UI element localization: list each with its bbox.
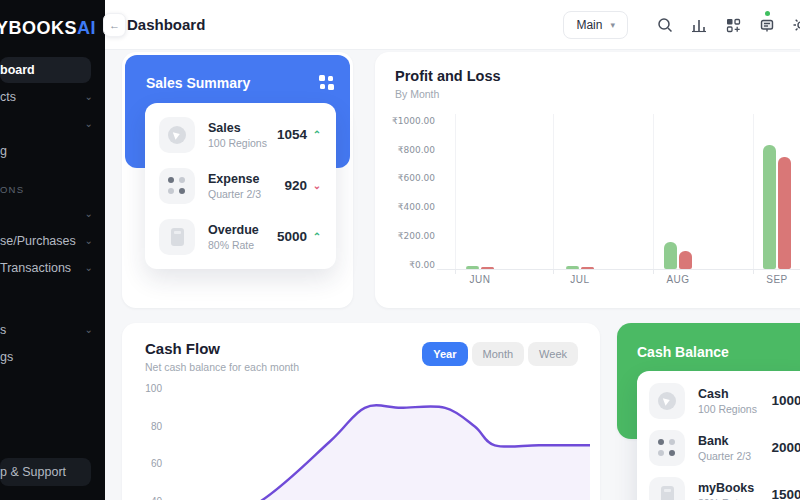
widgets-icon[interactable]	[724, 16, 742, 34]
sidebar-nav: boardcts⌄⌄gONS⌄se/Purchases⌄Transactions…	[0, 56, 105, 500]
stat-text: BankQuarter 2/3	[698, 434, 771, 462]
widget-grid-icon[interactable]	[319, 75, 334, 90]
chevron-down-icon: ⌄	[85, 92, 93, 102]
grid-line	[753, 114, 754, 269]
stat-icon-tile	[159, 219, 195, 255]
sidebar-item-p---support[interactable]: p & Support	[0, 458, 91, 486]
y-axis-label: 40	[130, 496, 162, 500]
bar-income-jul	[566, 266, 579, 269]
bar-chart-icon[interactable]	[690, 16, 708, 34]
sidebar-item-gs[interactable]: gs	[0, 344, 105, 370]
document-icon	[661, 486, 674, 500]
profit-loss-card: Profit and Loss By Month ₹1000.00₹800.00…	[375, 52, 800, 308]
stat-row-sales: Sales100 Regions1054⌃	[145, 109, 336, 160]
bar-expense-sep	[778, 157, 791, 269]
tab-month[interactable]: Month	[472, 342, 525, 366]
workspace-selector[interactable]: Main ▾	[563, 11, 628, 39]
sidebar-item-label: board	[0, 63, 79, 77]
stat-value: 5000	[277, 229, 307, 244]
grid-line	[653, 114, 654, 269]
area-fill	[165, 405, 590, 500]
x-axis-label: SEP	[747, 274, 800, 285]
cash-flow-title: Cash Flow	[145, 340, 220, 357]
stat-row-expense: ExpenseQuarter 2/3920⌄	[145, 160, 336, 211]
sidebar-item[interactable]: ⌄	[0, 111, 105, 137]
cash-flow-subtitle: Net cash balance for each month	[145, 361, 299, 373]
cash-flow-area-chart	[165, 375, 590, 500]
brand-logo: YBOOKSAI	[0, 0, 105, 56]
sidebar-collapse-button[interactable]: ←	[103, 13, 126, 37]
sales-summary-stats: Sales100 Regions1054⌃ExpenseQuarter 2/39…	[145, 103, 336, 269]
cash-flow-range-tabs: YearMonthWeek	[422, 342, 578, 366]
stat-title: Expense	[208, 172, 284, 186]
stat-value: 20000	[771, 440, 800, 455]
stat-value: 10000	[771, 393, 800, 408]
x-axis-line	[437, 269, 800, 270]
grid-line	[553, 114, 554, 269]
chevron-down-icon: ⌄	[85, 263, 93, 273]
y-axis-label: ₹600.00	[383, 173, 435, 183]
stat-row-cash: Cash100 Regions10000	[637, 377, 800, 424]
stat-text: myBooks80% Rate	[698, 481, 771, 500]
y-axis-label: 80	[130, 421, 162, 432]
y-axis-label: ₹0.00	[383, 260, 435, 270]
stat-text: ExpenseQuarter 2/3	[208, 172, 284, 200]
stat-subtitle: Quarter 2/3	[698, 450, 771, 462]
stat-icon-tile	[159, 117, 195, 153]
stat-text: Cash100 Regions	[698, 387, 771, 415]
stat-subtitle: 100 Regions	[698, 403, 771, 415]
header-actions: Main ▾	[563, 11, 800, 39]
stat-title: Bank	[698, 434, 771, 448]
cash-balance-stats: Cash100 Regions10000BankQuarter 2/320000…	[637, 371, 800, 500]
trend-down-icon: ⌄	[312, 180, 322, 191]
brand-logo-accent: AI	[77, 18, 96, 39]
stat-value: 15000	[771, 487, 800, 500]
x-axis-label: JUL	[550, 274, 610, 285]
sidebar-item-s[interactable]: s⌄	[0, 317, 105, 343]
sidebar-item-se-purchases[interactable]: se/Purchases⌄	[0, 228, 105, 254]
compass-icon	[658, 392, 676, 410]
bar-expense-jul	[581, 267, 594, 269]
y-axis-label: ₹800.00	[383, 145, 435, 155]
sidebar-item-transactions[interactable]: Transactions⌄	[0, 255, 105, 281]
stat-subtitle: Quarter 2/3	[208, 188, 284, 200]
bar-expense-jun	[481, 267, 494, 269]
workspace-label: Main	[576, 18, 602, 32]
stat-row-bank: BankQuarter 2/320000	[637, 424, 800, 471]
tab-year[interactable]: Year	[422, 342, 467, 366]
grid-line	[455, 114, 456, 269]
stat-icon-tile	[649, 477, 685, 500]
sidebar-spacer	[0, 370, 105, 457]
stat-title: myBooks	[698, 481, 771, 495]
y-axis-label: ₹1000.00	[383, 116, 435, 126]
stat-text: Overdue80% Rate	[208, 223, 277, 251]
sidebar-item-label: s	[0, 323, 85, 337]
stat-title: Cash	[698, 387, 771, 401]
chevron-down-icon: ⌄	[85, 236, 93, 246]
tab-week[interactable]: Week	[528, 342, 578, 366]
sidebar-item-g[interactable]: g	[0, 138, 105, 164]
search-icon[interactable]	[656, 16, 674, 34]
sales-summary-title: Sales Summary	[146, 75, 250, 91]
settings-icon[interactable]	[792, 16, 800, 34]
profit-loss-subtitle: By Month	[395, 88, 439, 100]
sidebar-item-label: gs	[0, 350, 93, 364]
y-axis-label: ₹400.00	[383, 202, 435, 212]
bar-income-aug	[664, 242, 677, 269]
compass-icon	[168, 126, 186, 144]
stat-row-overdue: Overdue80% Rate5000⌃	[145, 211, 336, 262]
x-axis-label: JUN	[450, 274, 510, 285]
chevron-down-icon: ▾	[610, 20, 615, 30]
page-title: Dashboard	[127, 16, 205, 33]
sidebar-item-cts[interactable]: cts⌄	[0, 84, 105, 110]
chevron-down-icon: ⌄	[85, 325, 93, 335]
stat-row-mybooks: myBooks80% Rate15000	[637, 471, 800, 500]
chevron-down-icon: ⌄	[85, 209, 93, 219]
cash-balance-title: Cash Balance	[637, 344, 729, 360]
sidebar-item-board[interactable]: board	[0, 57, 91, 83]
y-axis-label: 100	[130, 383, 162, 394]
y-axis-label: ₹200.00	[383, 231, 435, 241]
sidebar-item[interactable]: ⌄	[0, 201, 105, 227]
notifications-icon[interactable]	[758, 16, 776, 34]
brand-logo-main: YBOOKS	[0, 18, 77, 39]
